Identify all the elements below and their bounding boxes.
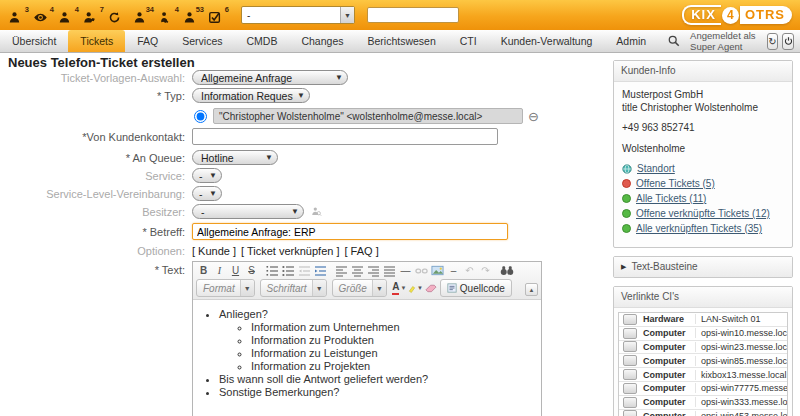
- justify-icon[interactable]: [382, 264, 397, 277]
- redo-icon[interactable]: ↷: [478, 264, 493, 277]
- size-combo[interactable]: Größe ▼: [332, 279, 387, 297]
- nav-tab-admin[interactable]: Admin: [604, 30, 658, 52]
- refresh-icon[interactable]: [108, 5, 125, 25]
- customer-entry-radio[interactable]: [194, 110, 207, 123]
- highlight-color-icon[interactable]: ▼: [408, 282, 423, 295]
- logo-4: 4: [722, 7, 739, 24]
- nav-tab-kunden-verwaltung[interactable]: Kunden-Verwaltung: [489, 30, 605, 52]
- nav-tab-cti[interactable]: CTI: [448, 30, 489, 52]
- ci-name[interactable]: opsi-win453.messe.local: [695, 411, 787, 416]
- ci-name[interactable]: opsi-win333.messe.local: [695, 397, 787, 407]
- service-select[interactable]: - ▼: [192, 168, 222, 183]
- owner-select[interactable]: - ▼: [192, 204, 304, 219]
- undo-icon[interactable]: ↶: [462, 264, 477, 277]
- italic-icon[interactable]: I: [212, 264, 227, 277]
- editor-content[interactable]: Anliegen? Information zum Unternehmen In…: [193, 300, 541, 416]
- ci-checkbox[interactable]: [623, 410, 637, 416]
- ci-checkbox[interactable]: [623, 397, 637, 408]
- indent-icon[interactable]: [313, 264, 328, 277]
- toolbar-queue-select[interactable]: - ▼: [241, 6, 355, 24]
- bold-icon[interactable]: B: [196, 264, 211, 277]
- editor-sub-bullet: Information zu Projekten: [251, 360, 537, 372]
- source-button-label: Quellcode: [460, 283, 505, 294]
- ci-name[interactable]: opsi-win85.messe.local: [695, 356, 787, 366]
- search-icon[interactable]: [658, 30, 690, 52]
- unlink-icon[interactable]: [414, 264, 429, 277]
- option-link-faq[interactable]: [ FAQ ]: [344, 245, 378, 257]
- queue-select[interactable]: Hotline ▼: [192, 150, 278, 165]
- all-agent-tickets-icon[interactable]: 53: [183, 5, 200, 25]
- standort-link[interactable]: Standort: [637, 163, 675, 174]
- page-title: Neues Telefon-Ticket erstellen: [8, 55, 195, 70]
- logout-icon[interactable]: [782, 33, 794, 50]
- ci-checkbox[interactable]: [623, 328, 637, 339]
- editor-sub-bullet: Information zu Produkten: [251, 334, 537, 346]
- linked-cis-header[interactable]: Verlinkte CI's: [614, 287, 792, 308]
- nav-tab-berichtswesen[interactable]: Berichtswesen: [355, 30, 447, 52]
- owner-search-icon[interactable]: [310, 206, 322, 217]
- ci-checkbox[interactable]: [623, 314, 637, 325]
- outdent-icon[interactable]: [297, 264, 312, 277]
- align-right-icon[interactable]: [366, 264, 381, 277]
- linked-cis-title: Verlinkte CI's: [621, 291, 679, 302]
- all-linked-tickets-link[interactable]: Alle verknüpften Tickets (35): [636, 223, 762, 234]
- ci-checkbox[interactable]: [623, 369, 637, 380]
- image-icon[interactable]: [430, 264, 445, 277]
- ci-name[interactable]: opsi-win10.messe.local: [695, 328, 787, 338]
- ci-name[interactable]: LAN-Switch 01: [695, 314, 787, 324]
- ci-name[interactable]: kixbox13.messe.local: [695, 370, 787, 380]
- escalated-tickets-icon[interactable]: 4: [158, 5, 175, 25]
- underline-icon[interactable]: U: [228, 264, 243, 277]
- nav-tab-cmdb[interactable]: CMDB: [235, 30, 290, 52]
- remove-format-icon[interactable]: [424, 282, 439, 295]
- ci-checkbox[interactable]: [623, 383, 637, 394]
- collapse-toolbar-icon[interactable]: ▲: [525, 283, 538, 296]
- bullet-list-icon[interactable]: [281, 264, 296, 277]
- nav-tab-services[interactable]: Services: [170, 30, 234, 52]
- line-icon[interactable]: –: [446, 264, 461, 277]
- ticket-type-select[interactable]: Information Request ▼: [192, 88, 310, 103]
- green-status-dot-icon: [622, 224, 631, 233]
- toolbar-search-input[interactable]: [367, 7, 459, 23]
- nav-tab-tickets[interactable]: Tickets: [68, 30, 125, 52]
- ci-name[interactable]: opsi-win77775.messe.local: [695, 383, 787, 393]
- refresh-session-icon[interactable]: ↻: [767, 33, 779, 50]
- locked-tickets-icon[interactable]: 3: [8, 5, 25, 25]
- logged-in-text: Angemeldet als Super Agent: [690, 30, 763, 52]
- option-link-kunde[interactable]: [ Kunde ]: [192, 245, 236, 257]
- sla-value: -: [199, 188, 205, 200]
- text-color-icon[interactable]: A▼: [392, 282, 407, 295]
- strikethrough-icon[interactable]: S: [244, 264, 259, 277]
- remove-customer-icon[interactable]: ⊖: [528, 110, 539, 123]
- align-left-icon[interactable]: [334, 264, 349, 277]
- ci-checkbox[interactable]: [623, 341, 637, 352]
- sla-select[interactable]: - ▼: [192, 186, 222, 201]
- ci-checkbox[interactable]: [623, 355, 637, 366]
- format-combo[interactable]: Format ▼: [196, 279, 255, 297]
- find-icon[interactable]: [499, 264, 514, 277]
- watched-tickets-icon[interactable]: 4: [33, 5, 50, 25]
- subject-input[interactable]: [192, 223, 508, 240]
- text-modules-header[interactable]: ▶ Text-Bausteine: [614, 257, 792, 277]
- open-linked-tickets-link[interactable]: Offene verknüpfte Tickets (12): [636, 208, 770, 219]
- customer-info-header[interactable]: Kunden-Info: [614, 61, 792, 82]
- responsible-tickets-icon[interactable]: 4: [58, 5, 75, 25]
- font-combo[interactable]: Schriftart ▼: [260, 279, 327, 297]
- ci-name[interactable]: opsi-win23.messe.local: [695, 342, 787, 352]
- pending-tasks-icon[interactable]: 6: [208, 5, 225, 25]
- option-link-ticket-verknuepfen[interactable]: [ Ticket verknüpfen ]: [241, 245, 339, 257]
- nav-tab-faq[interactable]: FAQ: [125, 30, 170, 52]
- source-button[interactable]: Quellcode: [440, 279, 512, 297]
- nav-tab-changes[interactable]: Changes: [289, 30, 355, 52]
- open-tickets-link[interactable]: Offene Tickets (5): [636, 178, 715, 189]
- from-customer-input[interactable]: [192, 128, 498, 145]
- my-services-icon[interactable]: 34: [133, 5, 150, 25]
- all-tickets-link[interactable]: Alle Tickets (11): [636, 193, 706, 204]
- align-center-icon[interactable]: [350, 264, 365, 277]
- my-queues-icon[interactable]: 7: [83, 5, 100, 25]
- customer-contact: title Christopher Wolstenholme: [622, 102, 784, 114]
- nav-tab-uebersicht[interactable]: Übersicht: [0, 30, 68, 52]
- numbered-list-icon[interactable]: ⁚: [265, 264, 280, 277]
- ticket-template-select[interactable]: Allgemeine Anfrage ▼: [192, 70, 348, 85]
- horizontal-rule-icon[interactable]: —: [398, 264, 413, 277]
